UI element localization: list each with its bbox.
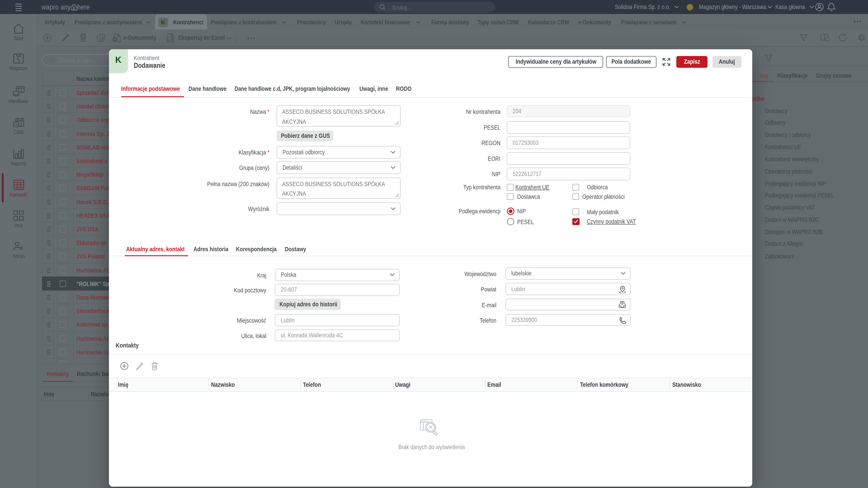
svg-text:?: ? — [827, 37, 828, 41]
svg-text:XLSX: XLSX — [166, 37, 173, 40]
